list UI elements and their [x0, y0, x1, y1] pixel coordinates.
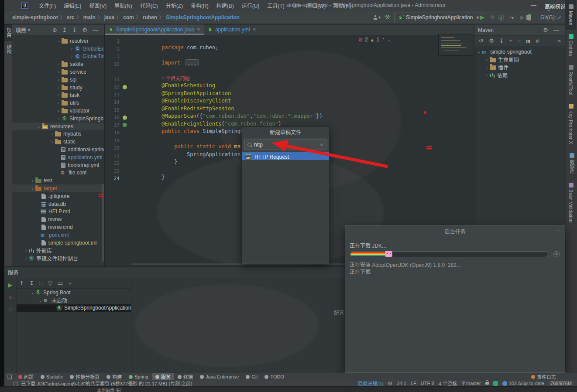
download-sources-icon[interactable]: ↧ — [497, 37, 507, 44]
breadcrumb-item[interactable]: src — [67, 14, 83, 20]
group-by-icon[interactable]: ∷ — [37, 280, 45, 286]
tree-item[interactable]: › service — [12, 68, 104, 76]
tree-item[interactable]: mvnw — [12, 215, 104, 223]
menu-item[interactable]: 运行(U) — [238, 2, 264, 9]
tree-arrow-icon[interactable]: › — [56, 116, 62, 121]
tool-window-tab[interactable]: Bean Validation — [566, 178, 576, 227]
run-service-button[interactable]: ▶ — [8, 282, 13, 288]
window-icon[interactable]: ▢ — [10, 380, 21, 387]
more-icon[interactable]: » — [515, 37, 523, 44]
menu-item[interactable]: 分析(Z) — [162, 2, 187, 9]
tree-item[interactable]: › validator — [12, 107, 104, 115]
tool-window-button[interactable]: 终端 — [174, 373, 196, 381]
tree-arrow-icon[interactable]: › — [56, 77, 62, 82]
settings-gear-icon[interactable]: ⚙ — [79, 27, 90, 33]
close-icon[interactable]: ✕ — [197, 27, 200, 32]
run-config-combobox[interactable]: SimpleSpringbootApplication ▼ — [394, 13, 483, 22]
run-button[interactable]: ▶ — [480, 14, 484, 20]
filter-icon[interactable]: ▽ — [45, 280, 55, 286]
menu-item[interactable]: 视图(V) — [85, 2, 110, 9]
tree-item[interactable]: › 插件 — [474, 64, 565, 72]
tree-arrow-icon[interactable]: › — [56, 85, 62, 90]
file-encoding[interactable]: UTF-8 — [421, 381, 434, 386]
profile-icon[interactable]: ▾ — [373, 15, 381, 20]
hide-panel-icon[interactable]: — — [551, 27, 562, 33]
tree-item[interactable]: › mybatis — [12, 130, 104, 138]
tree-item[interactable]: › sakila — [12, 60, 104, 68]
sync-status-widget[interactable]: 102 Δ/up-to-date — [502, 381, 544, 386]
execute-goal-icon[interactable]: m — [523, 37, 533, 44]
tree-item[interactable]: › SimpleSpringb — [12, 115, 104, 123]
tree-item[interactable]: simple-springboot.iml — [12, 239, 104, 247]
tree-item[interactable]: › sql — [12, 76, 104, 84]
tree-arrow-icon[interactable]: ⌄ — [476, 49, 482, 54]
tool-window-button[interactable]: Spring — [125, 373, 152, 381]
expand-all-icon[interactable]: ↥ — [17, 280, 27, 286]
collapse-all-icon[interactable]: ↧ — [69, 27, 79, 33]
next-problem-icon[interactable]: ⌄ — [388, 37, 391, 42]
tree-item[interactable]: › 依赖 — [474, 71, 565, 79]
cancel-task-icon[interactable]: ✕ — [553, 251, 560, 257]
android-run-target-icon[interactable] — [526, 15, 530, 20]
project-scrollbar[interactable] — [102, 184, 104, 262]
breadcrumb-item[interactable]: ruben — [143, 14, 166, 20]
tree-item[interactable]: › target — [12, 184, 104, 192]
chevron-down-icon[interactable]: ▾ — [28, 27, 30, 32]
lock-icon[interactable] — [485, 382, 489, 385]
scratch-search-input[interactable]: http ✕ — [244, 140, 326, 150]
tree-arrow-icon[interactable]: › — [484, 65, 490, 70]
tool-window-button[interactable]: Java Enterprise — [196, 373, 242, 381]
tree-item[interactable]: › GlobalTimeI — [12, 53, 104, 61]
collapse-all-icon[interactable]: ↧ — [27, 280, 37, 286]
tree-item[interactable]: ⌄ resources — [12, 123, 104, 130]
tree-arrow-icon[interactable]: › — [56, 109, 62, 113]
tree-item[interactable]: pom.xml — [12, 231, 104, 239]
tree-item[interactable]: bootstrap.yml — [12, 161, 104, 169]
caret-position[interactable]: 24:1 — [397, 381, 406, 386]
indent-setting[interactable]: 4 个空格 — [439, 380, 457, 387]
menu-item[interactable]: 构建(B) — [213, 2, 238, 9]
git-update-icon[interactable]: ↙ — [557, 14, 562, 20]
tool-window-tab[interactable]: RestfulTool — [566, 61, 576, 99]
tree-arrow-icon[interactable]: › — [30, 186, 35, 191]
clear-search-icon[interactable]: ✕ — [320, 143, 323, 147]
open-in-new-frame-icon[interactable]: ▭ — [55, 280, 65, 286]
stop-service-button[interactable]: ■ — [9, 294, 12, 300]
breadcrumb-item[interactable]: main — [83, 14, 104, 20]
tool-windows-switcher-icon[interactable]: ❏ — [4, 374, 15, 380]
tool-window-tab[interactable]: 数据库 — [566, 149, 577, 178]
tree-item[interactable]: › 外部库 — [12, 247, 104, 255]
tool-window-button[interactable]: Git — [242, 373, 261, 381]
tree-arrow-icon[interactable]: › — [30, 178, 35, 183]
minimize-window-icon[interactable]: — — [528, 2, 539, 8]
run-anything-button[interactable]: ▶ — [518, 14, 527, 20]
breadcrumb-item[interactable]: com — [123, 14, 143, 20]
tree-arrow-icon[interactable]: › — [484, 57, 490, 62]
tree-arrow-icon[interactable]: › — [56, 101, 62, 106]
settings-gear-icon[interactable]: ⚙ — [540, 27, 551, 33]
hide-process-link[interactable]: 隐藏进程(1) — [358, 380, 383, 387]
tree-arrow-icon[interactable]: › — [56, 70, 62, 75]
tree-item[interactable]: › test — [12, 177, 104, 184]
tree-item[interactable]: › 草稿文件和控制台 — [12, 254, 104, 262]
menu-item[interactable]: 重构(R) — [187, 2, 213, 9]
tree-item[interactable]: › GlobalExcep — [12, 45, 104, 53]
hide-panel-icon[interactable]: — — [90, 27, 101, 33]
tree-item[interactable]: .gitignore — [12, 192, 104, 200]
tool-window-button[interactable]: TODO — [261, 373, 288, 381]
tree-item[interactable]: HELP.md — [12, 208, 104, 216]
gutter-icon[interactable] — [123, 123, 127, 127]
add-service-icon[interactable]: + — [65, 280, 74, 286]
more-options-icon[interactable]: ∷ — [9, 307, 12, 313]
background-process-icon[interactable]: ⚙ — [388, 380, 393, 387]
tool-window-button[interactable]: 服务 — [152, 373, 174, 381]
tool-window-button[interactable]: 构建 — [103, 373, 125, 381]
tree-item[interactable]: › task — [12, 92, 104, 99]
tool-window-tab[interactable]: 结构 — [4, 41, 13, 58]
terminal-plugin-icon[interactable] — [493, 381, 498, 386]
line-ending[interactable]: LF — [411, 381, 416, 386]
maven-settings-icon[interactable]: # — [533, 37, 541, 44]
git-branch-widget[interactable]: master — [461, 381, 481, 386]
tree-arrow-icon[interactable]: ⌄ — [36, 124, 42, 129]
menu-item[interactable]: 工具(T) — [263, 2, 288, 9]
